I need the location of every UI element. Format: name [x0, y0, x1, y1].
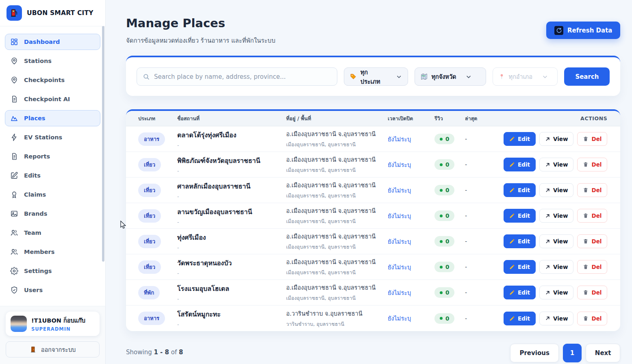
place-name-sub: -	[177, 142, 286, 148]
sidebar-item-places[interactable]: Places	[5, 110, 100, 126]
view-button[interactable]: View	[539, 312, 573, 325]
map-pin-icon	[10, 57, 18, 65]
edit-button[interactable]: Edit	[504, 158, 536, 171]
province-filter-dropdown[interactable]: ทุกจังหวัด	[415, 67, 486, 86]
next-page-button[interactable]: Next	[586, 344, 621, 362]
edit-button[interactable]: Edit	[504, 132, 536, 146]
column-header-reviews: รีวิว	[434, 115, 465, 123]
view-button[interactable]: View	[539, 260, 573, 274]
sidebar-item-dashboard[interactable]: Dashboard	[5, 34, 100, 50]
view-button[interactable]: View	[539, 286, 573, 299]
place-name-sub: -	[177, 296, 286, 302]
external-arrow-icon	[545, 239, 550, 244]
delete-button[interactable]: Del	[577, 132, 607, 146]
trash-icon	[583, 187, 589, 193]
sidebar-item-checkpoints[interactable]: Checkpoints	[5, 72, 100, 88]
type-badge: เที่ยว	[138, 260, 161, 274]
sidebar-item-members[interactable]: Members	[5, 244, 100, 260]
table-row: ที่พัก โรงแรมอุบลโฮเตล - อ.เมืองอุบลราชธ…	[126, 280, 620, 306]
place-name: โสรัตน์หมูกะทะ	[177, 309, 286, 319]
sidebar-item-reports[interactable]: Reports	[5, 148, 100, 165]
delete-button[interactable]: Del	[577, 234, 607, 248]
sidebar-item-settings[interactable]: Settings	[5, 263, 100, 279]
sidebar-item-users[interactable]: Users	[5, 282, 100, 298]
edit-button[interactable]: Edit	[504, 209, 536, 223]
delete-button[interactable]: Del	[577, 286, 607, 299]
refresh-data-button[interactable]: Refresh Data	[546, 22, 621, 39]
sidebar-item-team[interactable]: Team	[5, 225, 100, 241]
district-filter-value: ทุกอำเภอ	[508, 72, 532, 81]
dashboard-grid-icon	[10, 38, 18, 46]
page-number-button[interactable]: 1	[563, 344, 582, 362]
view-button[interactable]: View	[539, 158, 573, 171]
search-input[interactable]	[154, 73, 331, 80]
latest-value: -	[465, 315, 504, 322]
edit-button[interactable]: Edit	[504, 260, 536, 274]
place-name-sub: -	[177, 321, 286, 327]
sidebar-item-claims[interactable]: Claims	[5, 186, 100, 203]
delete-button[interactable]: Del	[577, 158, 607, 171]
place-address: อ.เมืองอุบลราชธานี จ.อุบลราชธานี	[286, 129, 388, 139]
review-badge: 0	[434, 236, 454, 247]
edit-button[interactable]: Edit	[504, 312, 536, 325]
external-arrow-icon	[545, 264, 550, 270]
sidebar-scrollbar[interactable]	[102, 26, 104, 262]
edit-button[interactable]: Edit	[504, 234, 536, 248]
table-row: เที่ยว ลานขวัญเมืองอุบลราชธานี - อ.เมือง…	[126, 203, 620, 229]
edit-pencil-icon	[509, 213, 515, 219]
column-header-actions: ACTIONS	[504, 115, 607, 121]
place-address: อ.วารินชำราบ จ.อุบลราชธานี	[286, 309, 388, 318]
document-icon	[10, 95, 18, 103]
place-name-sub: -	[177, 270, 286, 276]
sidebar-item-label: Settings	[24, 268, 52, 274]
chevron-down-icon	[542, 74, 548, 80]
delete-button[interactable]: Del	[577, 312, 607, 325]
pin-icon	[499, 74, 505, 80]
search-box[interactable]	[137, 67, 337, 86]
view-button[interactable]: View	[539, 234, 573, 248]
delete-button[interactable]: Del	[577, 183, 607, 197]
view-button[interactable]: View	[539, 209, 573, 223]
sidebar-item-stations[interactable]: Stations	[5, 53, 100, 69]
sidebar-item-label: Claims	[24, 191, 46, 198]
delete-button[interactable]: Del	[577, 260, 607, 274]
column-header-hours: เวลาเปิดปิด	[388, 115, 434, 123]
page-header: Manage Places จัดการข้อมูลหมวดท่องเที่ยว…	[126, 16, 620, 46]
sidebar-item-label: EV Stations	[24, 134, 62, 141]
map-icon	[421, 73, 428, 80]
profile-card[interactable]: !T1UBON ก็อบแก๊บ SUPERADMIN	[6, 312, 100, 336]
sidebar-item-label: Users	[24, 287, 43, 293]
sidebar-item-edits[interactable]: Edits	[5, 167, 100, 184]
review-count: 0	[445, 161, 449, 168]
door-icon	[30, 346, 37, 353]
table-row: เที่ยว ศาลหลักเมืองอุบลราชธานี - อ.เมือง…	[126, 178, 620, 203]
view-button[interactable]: View	[539, 183, 573, 197]
place-area: เมืองอุบลราชธานี, อุบลราชธานี	[286, 243, 388, 251]
district-filter-dropdown[interactable]: ทุกอำเภอ	[493, 67, 558, 86]
main-content: Manage Places จัดการข้อมูลหมวดท่องเที่ยว…	[106, 0, 632, 364]
sidebar-item-ev-stations[interactable]: EV Stations	[5, 129, 100, 145]
place-address: อ.เมืองอุบลราชธานี จ.อุบลราชธานี	[286, 257, 388, 266]
previous-page-button[interactable]: Previous	[510, 344, 558, 362]
type-badge: เที่ยว	[138, 235, 161, 248]
latest-value: -	[465, 161, 504, 168]
view-button[interactable]: View	[539, 132, 573, 146]
edit-button[interactable]: Edit	[504, 286, 536, 299]
delete-button[interactable]: Del	[577, 209, 607, 223]
logout-button[interactable]: ออกจากระบบ	[6, 341, 100, 358]
place-address: อ.เมืองอุบลราชธานี จ.อุบลราชธานี	[286, 180, 388, 190]
sidebar-item-checkpoint-ai[interactable]: Checkpoint AI	[5, 91, 100, 107]
type-badge: เที่ยว	[138, 209, 161, 223]
edit-button[interactable]: Edit	[504, 183, 536, 197]
place-area: เมืองอุบลราชธานี, อุบลราชธานี	[286, 217, 388, 225]
search-button[interactable]: Search	[564, 67, 610, 86]
sidebar: UBON SMART CITY Dashboard Stations Check…	[0, 0, 106, 364]
type-filter-dropdown[interactable]: ทุกประเภท	[344, 67, 408, 86]
type-badge: ที่พัก	[138, 286, 160, 299]
sidebar-item-brands[interactable]: Brands	[5, 206, 100, 222]
table-header-row: ประเภท ชื่อสถานที่ ที่อยู่ / พื้นที่ เวล…	[126, 111, 620, 126]
edit-pencil-icon	[509, 290, 515, 295]
review-dot	[440, 291, 443, 294]
sidebar-item-label: Dashboard	[24, 39, 60, 45]
latest-value: -	[465, 212, 504, 219]
